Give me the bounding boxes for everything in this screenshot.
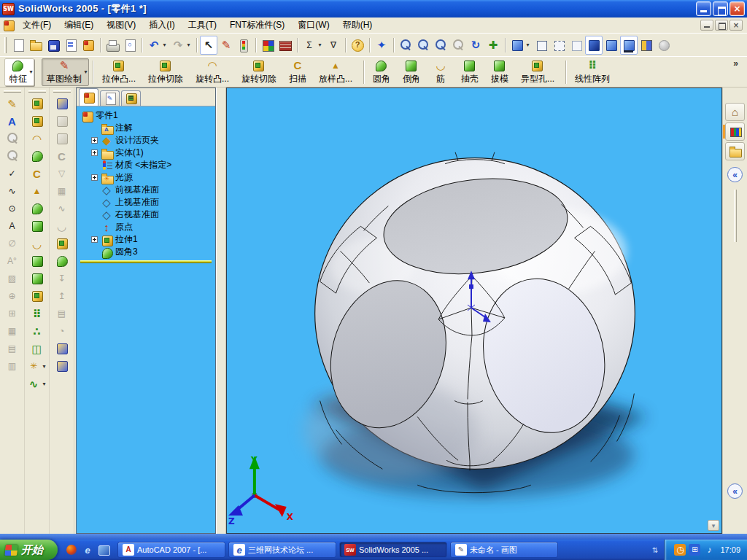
tree-expander-icon[interactable]	[91, 137, 98, 144]
task-browser-forum[interactable]: e 三维网技术论坛 ...	[228, 542, 336, 558]
revolve-boss-button[interactable]: ◠ 旋转凸...	[190, 58, 236, 86]
geometric-tolerance-icon[interactable]: A°	[4, 252, 21, 270]
volume-tray-icon[interactable]: ♪	[703, 544, 715, 556]
dome-icon[interactable]	[28, 147, 46, 165]
dropdown-arrow-icon[interactable]	[41, 363, 47, 370]
rebuild-button[interactable]	[235, 36, 252, 55]
shadows-button[interactable]	[620, 36, 638, 55]
menu-item[interactable]: 窗口(W)	[291, 17, 336, 34]
tree-item-annotations[interactable]: A 注解	[78, 122, 214, 134]
surface-finish-icon[interactable]: ∅	[4, 235, 21, 252]
pattern-table-icon[interactable]: ▦	[53, 182, 71, 200]
toolbar-grip[interactable]	[28, 90, 46, 93]
curve-icon[interactable]: ∿	[53, 200, 71, 217]
sketch-entities-icon[interactable]: ✳	[25, 357, 49, 375]
tree-expander-icon[interactable]	[91, 149, 98, 156]
extruded-cut-icon[interactable]	[28, 112, 46, 130]
toolbar-grip[interactable]	[4, 37, 7, 53]
shell-button[interactable]: 抽壳	[456, 58, 486, 86]
taskbar-collapse-icon[interactable]: ⇅	[649, 546, 661, 554]
tree-item-front-plane[interactable]: ◇ 前视基准面	[78, 184, 214, 196]
tree-item-material[interactable]: 材质 <未指定>	[78, 159, 214, 171]
extrude-boss-icon[interactable]	[28, 95, 46, 112]
delete-face-icon[interactable]: ↥	[53, 287, 71, 305]
texture-button[interactable]	[276, 36, 294, 55]
tree-expander-icon[interactable]	[91, 236, 98, 243]
detail-circle-icon[interactable]: ⊙	[4, 200, 21, 217]
flex-icon[interactable]	[53, 340, 71, 357]
rollback-bar[interactable]	[80, 260, 212, 263]
edit-color-button[interactable]	[259, 36, 276, 55]
circular-pattern-icon[interactable]: ∴	[28, 322, 46, 340]
wrap-icon[interactable]	[53, 95, 71, 112]
hidden-lines-visible-button[interactable]	[550, 36, 568, 55]
smart-dimension-icon[interactable]: ✓	[4, 165, 21, 182]
area-hatch-icon[interactable]: ▨	[4, 270, 21, 287]
media-player-icon[interactable]	[65, 543, 78, 556]
tree-item-top-plane[interactable]: ◇ 上视基准面	[78, 196, 214, 209]
menu-item[interactable]: 视图(V)	[100, 17, 142, 34]
toolbar-overflow-chevron[interactable]: »	[729, 57, 743, 70]
internet-explorer-icon[interactable]: e	[81, 543, 94, 556]
dropdown-arrow-icon[interactable]	[161, 42, 168, 48]
toolbar-grip[interactable]	[53, 90, 71, 93]
revolve-cut-button[interactable]: 旋转切除	[236, 58, 284, 86]
selection-filter-button[interactable]: ∇	[325, 36, 342, 55]
start-button[interactable]: 开始	[0, 540, 58, 560]
weld-symbol-icon[interactable]: ▤	[4, 340, 21, 357]
loft-button[interactable]: ▲ 放样凸...	[314, 58, 360, 86]
shaded-button[interactable]	[603, 36, 620, 55]
tree-item-right-plane[interactable]: ◇ 右视基准面	[78, 209, 214, 221]
tab-configurationmanager[interactable]: ≡	[121, 90, 141, 106]
sketch-tool-icon[interactable]: ✎	[4, 95, 21, 112]
boundary-icon[interactable]	[53, 130, 71, 147]
dropdown-arrow-icon[interactable]	[185, 42, 192, 48]
open-button[interactable]	[27, 36, 44, 55]
table-icon[interactable]: ▥	[4, 357, 21, 375]
tree-expander-icon[interactable]	[91, 174, 98, 181]
task-paint[interactable]: ✎ 未命名 - 画图	[450, 542, 558, 558]
sketch-draw-button[interactable]: ✎ 草图绘制	[42, 58, 89, 86]
new-button[interactable]	[9, 36, 27, 55]
select-button[interactable]: ↖	[200, 36, 217, 55]
extrude-cut-button[interactable]: 拉伸切除	[143, 58, 190, 86]
menu-item[interactable]: FNT标准件(S)	[223, 17, 291, 34]
task-pane-collapse-button[interactable]: «	[727, 167, 743, 182]
task-autocad[interactable]: A AutoCAD 2007 - [...	[117, 542, 225, 558]
model-items-icon[interactable]: ∿	[4, 182, 21, 200]
shaded-with-edges-button[interactable]	[585, 36, 603, 55]
zoom-tool-icon[interactable]	[4, 130, 21, 147]
child-close-button[interactable]: ×	[729, 20, 743, 31]
make-assembly-button[interactable]	[80, 36, 97, 55]
draft-icon[interactable]	[28, 270, 46, 287]
zoom-area-button[interactable]	[414, 36, 432, 55]
rib-button[interactable]: ◡ 筋	[427, 58, 456, 86]
undo-button[interactable]: ↶	[145, 36, 169, 55]
revolve-icon[interactable]: ◠	[28, 130, 46, 147]
tab-featuremanager[interactable]	[79, 88, 98, 106]
tree-item-part[interactable]: 零件1	[78, 109, 214, 122]
sweep-cut-icon[interactable]: C	[53, 147, 71, 165]
close-button[interactable]: ×	[729, 1, 745, 16]
viewport-canvas[interactable]: Y X Z ▾	[226, 88, 722, 534]
disabled-tool-button[interactable]	[655, 36, 673, 55]
dropdown-arrow-icon[interactable]	[317, 42, 323, 48]
design-library-tab[interactable]	[725, 122, 745, 141]
zoom-in-out-button[interactable]	[397, 36, 414, 55]
print-button[interactable]	[104, 36, 121, 55]
features-button[interactable]: 特征	[4, 58, 34, 86]
menu-item[interactable]: 插入(I)	[142, 17, 181, 34]
datum-target-icon[interactable]: A	[4, 217, 21, 235]
task-solidworks[interactable]: SW SolidWorks 2005 ...	[339, 542, 447, 558]
spline-icon[interactable]: ∿	[25, 375, 49, 392]
standard-views-button[interactable]	[508, 36, 533, 55]
sweep-icon[interactable]: C	[28, 165, 46, 182]
measure-button[interactable]: Σ	[301, 36, 325, 55]
fillet-button[interactable]: 圆角	[368, 58, 398, 86]
combine-icon[interactable]	[53, 252, 71, 270]
pan-button[interactable]: ✚	[484, 36, 502, 55]
save-button[interactable]	[44, 36, 62, 55]
tree-item-lights[interactable]: ☀ 光源	[78, 171, 214, 184]
move-face-icon[interactable]: ↧	[53, 270, 71, 287]
redo-button[interactable]: ↷	[169, 36, 193, 55]
